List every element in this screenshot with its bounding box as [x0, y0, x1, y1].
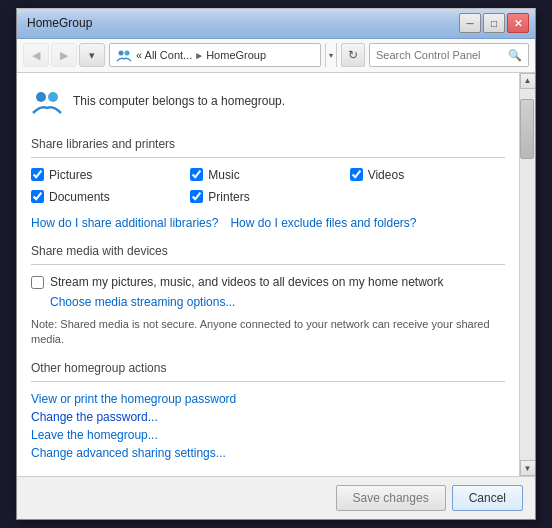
- checkbox-videos: Videos: [350, 168, 505, 182]
- main-panel: This computer belongs to a homegroup. Sh…: [17, 73, 519, 477]
- checkbox-pictures: Pictures: [31, 168, 186, 182]
- checkbox-printers: Printers: [190, 190, 345, 204]
- save-changes-button[interactable]: Save changes: [336, 485, 446, 511]
- scroll-thumb[interactable]: [520, 99, 534, 159]
- checkbox-documents: Documents: [31, 190, 186, 204]
- search-input[interactable]: [376, 49, 504, 61]
- breadcrumb-allcont[interactable]: « All Cont...: [136, 49, 192, 61]
- svg-point-1: [125, 51, 130, 56]
- svg-point-0: [119, 51, 124, 56]
- maximize-button[interactable]: □: [483, 13, 505, 33]
- checkbox-music-label: Music: [208, 168, 239, 182]
- header-message: This computer belongs to a homegroup.: [73, 94, 285, 108]
- other-section-label: Other homegroup actions: [31, 361, 505, 375]
- checkbox-pictures-input[interactable]: [31, 168, 44, 181]
- scroll-track[interactable]: [520, 89, 535, 461]
- checkbox-pictures-label: Pictures: [49, 168, 92, 182]
- change-password-link[interactable]: Change the password...: [31, 410, 505, 424]
- header-section: This computer belongs to a homegroup.: [31, 85, 505, 125]
- checkbox-videos-label: Videos: [368, 168, 404, 182]
- advanced-sharing-link[interactable]: Change advanced sharing settings...: [31, 446, 505, 460]
- share-links-row: How do I share additional libraries? How…: [31, 216, 505, 230]
- homegroup-nav-icon: [116, 47, 132, 63]
- share-additional-link[interactable]: How do I share additional libraries?: [31, 216, 218, 230]
- recent-pages-button[interactable]: ▾: [79, 43, 105, 67]
- minimize-button[interactable]: ─: [459, 13, 481, 33]
- svg-point-2: [36, 92, 46, 102]
- forward-button[interactable]: ▶: [51, 43, 77, 67]
- media-section-divider: [31, 264, 505, 265]
- main-window: HomeGroup ─ □ ✕ ◀ ▶ ▾ « All Cont... ►: [16, 8, 536, 521]
- footer: Save changes Cancel: [17, 476, 535, 519]
- search-bar[interactable]: 🔍: [369, 43, 529, 67]
- cancel-button[interactable]: Cancel: [452, 485, 523, 511]
- back-button[interactable]: ◀: [23, 43, 49, 67]
- title-bar: HomeGroup ─ □ ✕: [17, 9, 535, 39]
- choose-streaming-link[interactable]: Choose media streaming options...: [50, 295, 235, 309]
- search-icon: 🔍: [508, 49, 522, 62]
- share-section-label: Share libraries and printers: [31, 137, 505, 151]
- media-section-label: Share media with devices: [31, 244, 505, 258]
- stream-row: Stream my pictures, music, and videos to…: [31, 275, 505, 289]
- breadcrumb-dropdown-button[interactable]: ▾: [325, 43, 337, 67]
- content-area: This computer belongs to a homegroup. Sh…: [17, 73, 535, 477]
- window-title: HomeGroup: [27, 16, 92, 30]
- share-section-divider: [31, 157, 505, 158]
- leave-homegroup-link[interactable]: Leave the homegroup...: [31, 428, 505, 442]
- checkbox-documents-label: Documents: [49, 190, 110, 204]
- checkbox-videos-input[interactable]: [350, 168, 363, 181]
- homegroup-icon: [31, 85, 63, 117]
- checkbox-printers-input[interactable]: [190, 190, 203, 203]
- checkbox-printers-label: Printers: [208, 190, 249, 204]
- breadcrumb-homegroup[interactable]: HomeGroup: [206, 49, 266, 61]
- refresh-button[interactable]: ↻: [341, 43, 365, 67]
- checkbox-music: Music: [190, 168, 345, 182]
- breadcrumb-bar[interactable]: « All Cont... ► HomeGroup: [109, 43, 321, 67]
- exclude-files-link[interactable]: How do I exclude files and folders?: [230, 216, 416, 230]
- media-note: Note: Shared media is not secure. Anyone…: [31, 317, 505, 348]
- share-checkboxes: Pictures Music Videos Documents Printers: [31, 168, 505, 204]
- close-button[interactable]: ✕: [507, 13, 529, 33]
- checkbox-documents-input[interactable]: [31, 190, 44, 203]
- choose-link-row: Choose media streaming options...: [50, 295, 505, 309]
- checkbox-music-input[interactable]: [190, 168, 203, 181]
- window-controls: ─ □ ✕: [459, 13, 529, 33]
- breadcrumb-separator: ►: [194, 50, 204, 61]
- scroll-up-button[interactable]: ▲: [520, 73, 536, 89]
- stream-label: Stream my pictures, music, and videos to…: [50, 275, 444, 289]
- svg-point-3: [48, 92, 58, 102]
- scrollbar: ▲ ▼: [519, 73, 535, 477]
- view-password-link[interactable]: View or print the homegroup password: [31, 392, 505, 406]
- nav-buttons: ◀ ▶ ▾: [23, 43, 105, 67]
- other-section-divider: [31, 381, 505, 382]
- address-bar: ◀ ▶ ▾ « All Cont... ► HomeGroup ▾ ↻ 🔍: [17, 39, 535, 73]
- scroll-down-button[interactable]: ▼: [520, 460, 536, 476]
- stream-checkbox[interactable]: [31, 276, 44, 289]
